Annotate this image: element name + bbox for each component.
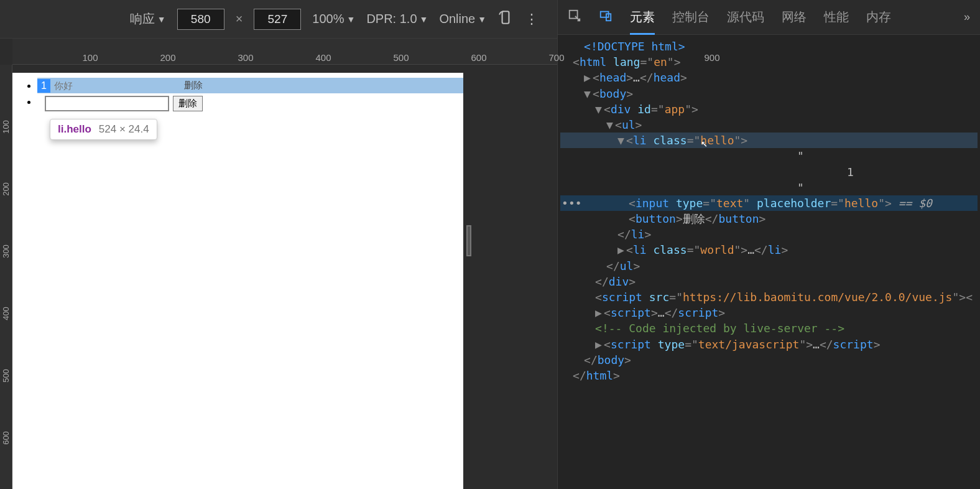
chevron-down-icon: ▼ — [478, 14, 486, 24]
zoom-label: 100% — [312, 12, 344, 26]
dom-node[interactable]: ▶<script type="text/javascript">…</scrip… — [560, 337, 978, 352]
dom-node[interactable]: </body> — [560, 352, 978, 368]
dom-node[interactable]: ▶<head>…</head> — [560, 70, 978, 85]
tab-console[interactable]: 控制台 — [672, 9, 710, 26]
dom-node[interactable]: <button>删除</button> — [560, 211, 978, 226]
dom-node[interactable]: <!DOCTYPE html> — [560, 39, 978, 54]
devtools-panel: 元素 控制台 源代码 网络 性能 内存 » <!DOCTYPE html><ht… — [558, 0, 980, 489]
dom-node[interactable]: ▼<ul> — [560, 117, 978, 133]
rendered-viewport[interactable]: 1 删除 删除 li.hello — [12, 73, 463, 489]
dpr-label: DPR: 1.0 — [366, 12, 417, 26]
dom-node[interactable]: <html lang="en"> — [560, 54, 978, 70]
item-number: 1 — [37, 79, 50, 93]
chevron-down-icon: ▼ — [347, 14, 356, 24]
dom-node[interactable]: ▶<li class="world">…</li> — [560, 242, 978, 258]
list-item[interactable]: 删除 — [37, 96, 463, 111]
tab-sources[interactable]: 源代码 — [727, 9, 764, 26]
device-select[interactable]: 响应 ▼ — [130, 11, 166, 27]
selection-indicator-icon: ••• — [562, 195, 582, 211]
device-toolbar: 响应 ▼ × 100% ▼ DPR: 1.0 ▼ Online ▼ ⋮ — [0, 0, 557, 39]
dom-node[interactable]: </li> — [560, 226, 978, 242]
svg-rect-2 — [601, 12, 609, 17]
dom-node[interactable]: ▼<body> — [560, 86, 978, 101]
more-tabs-icon[interactable]: » — [964, 11, 970, 24]
app-list: 1 删除 删除 — [12, 78, 463, 111]
dom-node[interactable]: </html> — [560, 368, 978, 383]
ruler-horizontal: 100200300400500600700900 — [12, 39, 557, 65]
devtools-tabs: 元素 控制台 源代码 网络 性能 内存 » — [558, 0, 980, 35]
dom-node[interactable]: ▼<div id="app"> — [560, 101, 978, 117]
delete-button[interactable]: 删除 — [178, 78, 208, 93]
viewport-resize-handle[interactable] — [466, 225, 471, 256]
dpr-select[interactable]: DPR: 1.0 ▼ — [366, 12, 428, 26]
svg-rect-0 — [502, 11, 509, 24]
viewport-stage: 100200300400500600700900 100200300400500… — [0, 39, 557, 489]
zoom-select[interactable]: 100% ▼ — [312, 12, 355, 26]
item-input[interactable] — [50, 78, 175, 93]
tab-network[interactable]: 网络 — [782, 9, 807, 26]
dom-node[interactable]: <!-- Code injected by live-server --> — [560, 320, 978, 336]
throttle-select[interactable]: Online ▼ — [439, 12, 486, 26]
inspect-tooltip: li.hello 524 × 24.4 — [50, 119, 157, 140]
tab-memory[interactable]: 内存 — [866, 9, 891, 26]
tooltip-selector: li.hello — [58, 123, 91, 136]
inspect-icon[interactable] — [568, 9, 581, 26]
dom-node[interactable]: ▶<script>…</script> — [560, 305, 978, 320]
ruler-vertical: 100200300400500600700 — [0, 65, 12, 489]
chevron-down-icon: ▼ — [420, 14, 428, 24]
dom-node[interactable]: <input type="text" placeholder="hello"> … — [560, 195, 978, 211]
chevron-down-icon: ▼ — [157, 14, 166, 24]
delete-button[interactable]: 删除 — [173, 96, 203, 111]
item-input[interactable] — [45, 96, 169, 111]
list-item[interactable]: 1 删除 — [37, 78, 463, 93]
dom-node[interactable]: <script src="https://lib.baomitu.com/vue… — [560, 289, 978, 305]
viewport-width-input[interactable] — [177, 9, 224, 30]
kebab-menu-icon[interactable]: ⋮ — [525, 11, 540, 27]
dom-node[interactable]: " — [560, 180, 978, 195]
dom-node[interactable]: 1 — [560, 164, 978, 180]
device-panel: 响应 ▼ × 100% ▼ DPR: 1.0 ▼ Online ▼ ⋮ — [0, 0, 558, 489]
tab-elements[interactable]: 元素 — [630, 9, 655, 35]
rotate-icon[interactable] — [497, 9, 514, 29]
dom-node[interactable]: ▼<li class="hello"> — [560, 133, 978, 148]
device-mode-icon[interactable] — [599, 9, 612, 26]
dom-node[interactable]: " — [560, 148, 978, 164]
tooltip-dimensions: 524 × 24.4 — [99, 123, 149, 136]
x-separator: × — [236, 12, 243, 26]
item-number — [37, 103, 45, 105]
dom-node[interactable]: </ul> — [560, 258, 978, 274]
device-select-label: 响应 — [130, 11, 155, 27]
throttle-label: Online — [439, 12, 475, 26]
viewport-height-input[interactable] — [254, 9, 301, 30]
elements-tree[interactable]: <!DOCTYPE html><html lang="en">▶<head>…<… — [558, 35, 980, 489]
tab-performance[interactable]: 性能 — [824, 9, 849, 26]
dom-node[interactable]: </div> — [560, 274, 978, 289]
